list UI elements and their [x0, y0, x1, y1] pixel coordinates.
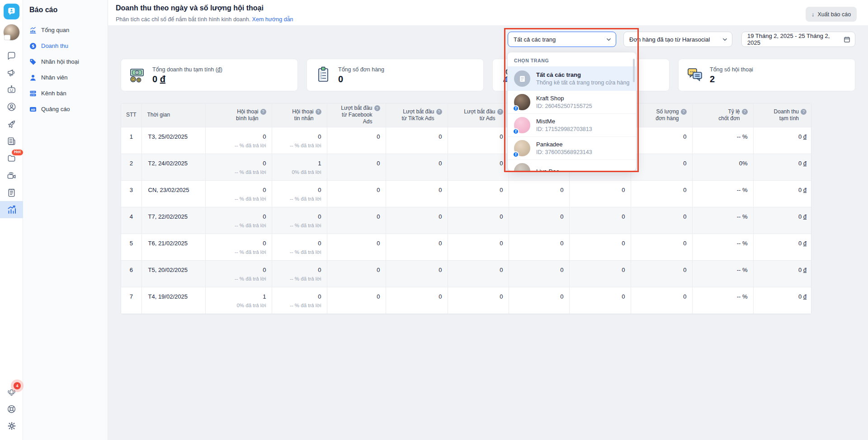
page-option-all-pages[interactable]: Tất cả các trangThống kê tất cả trang tr…	[508, 66, 636, 91]
sidebar-item-tag[interactable]: Nhãn hội thoại	[23, 54, 108, 70]
table-cell: 0	[631, 207, 692, 234]
column-header: Tỷ lệchốt đơn?	[692, 103, 753, 127]
card-value: 0 đ	[152, 74, 222, 84]
table-cell: 0	[509, 260, 569, 287]
chatbot-icon[interactable]	[0, 81, 23, 98]
ads-icon: AD	[29, 106, 37, 113]
sidebar-item-sales-channel[interactable]: Kênh bán	[23, 85, 108, 101]
table-cell: -- %	[692, 180, 753, 207]
table-cell: T2, 24/02/2025	[142, 154, 205, 180]
app-root: Hot 4 Báo cáo Tổng quan$Doanh thuNhãn hộ…	[0, 0, 868, 440]
page-avatar: f	[514, 94, 530, 110]
table-cell: 0 đ	[753, 287, 811, 314]
sales-channel-icon	[29, 90, 37, 97]
svg-text:AD: AD	[31, 108, 35, 111]
chevron-down-icon	[606, 37, 611, 42]
calendar-icon	[844, 36, 850, 43]
table-cell: 0	[448, 287, 509, 314]
help-icon[interactable]: ?	[316, 109, 321, 115]
sidebar-item-revenue-dollar[interactable]: $Doanh thu	[23, 38, 108, 54]
column-header: Hội thoạibình luận?	[205, 103, 272, 127]
svg-text:3: 3	[320, 77, 321, 80]
user-avatar[interactable]	[3, 24, 20, 41]
campaigns-icon[interactable]: Hot	[0, 150, 23, 167]
card-label: Tổng doanh thu tạm tính (đ)	[152, 66, 222, 73]
table-cell: 0	[631, 287, 692, 314]
money-icon	[128, 66, 146, 84]
help-icon[interactable]: ?	[374, 105, 380, 111]
table-cell: 0	[386, 207, 448, 234]
notification-count-badge: 4	[14, 382, 21, 389]
rocket-icon[interactable]	[0, 115, 23, 132]
table-cell: 0	[327, 127, 386, 154]
table-cell: 0 đ	[753, 260, 811, 287]
chevron-down-icon	[722, 37, 727, 42]
page-option-mistme[interactable]: fMistMeID: 171529982703813	[508, 113, 636, 136]
table-cell: CN, 23/02/2025	[142, 180, 205, 207]
sidebar-item-staff[interactable]: Nhân viên	[23, 70, 108, 85]
table-cell: 0	[569, 234, 631, 260]
table-cell: 0	[386, 234, 448, 260]
table-cell: 0-- % đã trả lời	[272, 127, 327, 154]
notifications-icon[interactable]: 4	[0, 383, 23, 400]
help-icon[interactable]: ?	[681, 109, 687, 115]
conversations-icon	[686, 66, 704, 84]
export-report-button[interactable]: ↓ Xuất báo cáo	[806, 7, 857, 22]
table-cell: -- %	[692, 207, 753, 234]
news-feed-icon[interactable]	[0, 132, 23, 150]
table-cell: 0	[569, 260, 631, 287]
date-range-picker[interactable]: 19 Tháng 2, 2025 - 25 Tháng 2, 2025	[741, 32, 855, 47]
help-icon[interactable]: ?	[497, 109, 503, 115]
table-cell: 10% đã trả lời	[205, 287, 272, 314]
help-icon[interactable]: ?	[436, 109, 442, 115]
table-cell: T3, 25/02/2025	[142, 127, 205, 154]
column-header: Số lượngđơn hàng?	[631, 103, 692, 127]
help-icon[interactable]: ?	[801, 109, 807, 115]
table-cell: 0	[509, 180, 569, 207]
reports-analytics-icon[interactable]	[0, 201, 23, 218]
inbox-chat-icon[interactable]	[0, 47, 23, 64]
table-cell: 0-- % đã trả lời	[272, 180, 327, 207]
order-source-dropdown[interactable]: Đơn hàng đã tạo từ Harasocial	[623, 32, 732, 47]
help-icon[interactable]: ?	[742, 109, 748, 115]
table-cell: 0-- % đã trả lời	[205, 127, 272, 154]
page-option-pankadee[interactable]: fPankadeeID: 376003568923143	[508, 136, 636, 159]
orders-invoice-icon[interactable]	[0, 184, 23, 201]
table-cell: -- %	[692, 234, 753, 260]
page-option-kraft-shop[interactable]: fKraft ShopID: 260452507155725	[508, 91, 636, 113]
page-option-live-dao[interactable]: fLive Dao	[508, 159, 636, 171]
table-cell: 0-- % đã trả lời	[205, 260, 272, 287]
menu-section-label: CHỌN TRANG	[514, 58, 630, 63]
summary-card-order-list: 123Tổng số đơn hàng0	[307, 59, 484, 91]
customers-icon[interactable]	[0, 98, 23, 115]
table-row: 6T5, 20/02/20250-- % đã trả lời0-- % đã …	[121, 260, 811, 287]
app-logo[interactable]	[4, 4, 19, 19]
table-cell: 0	[448, 260, 509, 287]
column-header: Doanh thutạm tính?	[753, 103, 811, 127]
page-filter-dropdown[interactable]: Tất cả các trang	[508, 32, 616, 47]
revenue-by-day-table: STTThời gianHội thoạibình luận?Hội thoại…	[121, 103, 811, 314]
table-cell: 0	[327, 154, 386, 180]
support-icon[interactable]	[0, 400, 23, 417]
page-avatar: f	[514, 163, 530, 171]
table-cell: 0	[631, 154, 692, 180]
page-subtitle: Phân tích các chỉ số để nắm bắt tình hìn…	[116, 16, 293, 23]
sidebar-item-ads[interactable]: ADQuảng cáo	[23, 101, 108, 117]
tag-icon	[29, 58, 37, 66]
help-icon[interactable]: ?	[260, 109, 266, 115]
card-value: 2	[710, 74, 753, 84]
table-cell: 0	[509, 207, 569, 234]
live-video-icon[interactable]	[0, 167, 23, 184]
guide-link[interactable]: Xem hướng dẫn	[252, 16, 293, 23]
table-cell: 0-- % đã trả lời	[272, 260, 327, 287]
menu-scrollbar[interactable]	[633, 59, 635, 82]
sidebar-item-overview-chart[interactable]: Tổng quan	[23, 22, 108, 38]
table-cell: 0	[448, 180, 509, 207]
table-cell: 0-- % đã trả lời	[205, 207, 272, 234]
page-avatar: f	[514, 140, 530, 156]
megaphone-icon[interactable]	[0, 64, 23, 81]
table-cell: 0%	[692, 154, 753, 180]
sidebar-title: Báo cáo	[23, 0, 108, 19]
table-cell: 0	[327, 260, 386, 287]
settings-icon[interactable]	[0, 417, 23, 435]
